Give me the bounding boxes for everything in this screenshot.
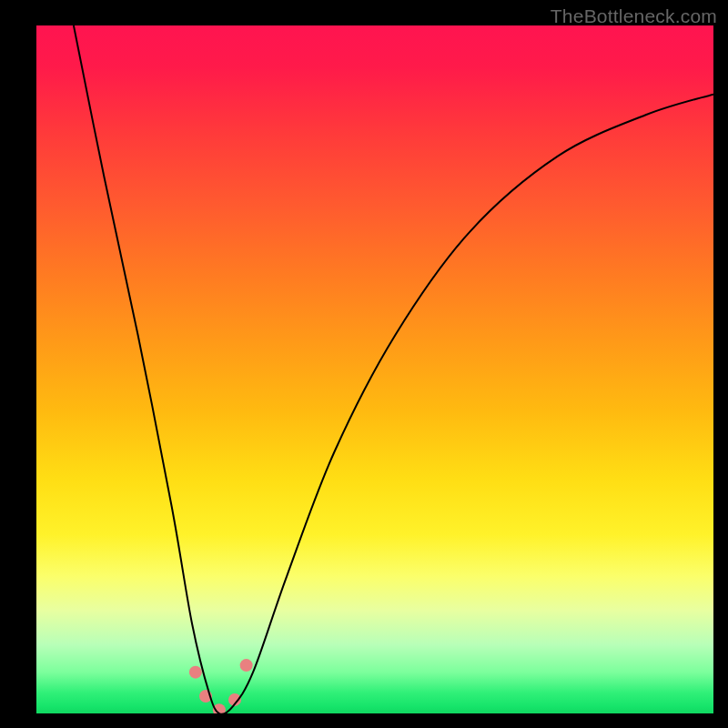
curve-marker <box>189 666 202 679</box>
watermark-text: TheBottleneck.com <box>551 5 717 27</box>
bottleneck-curve <box>74 25 713 713</box>
chart-frame: TheBottleneck.com <box>0 0 728 728</box>
curve-layer <box>36 25 713 713</box>
plot-area <box>36 25 713 713</box>
curve-marker <box>240 659 253 672</box>
marker-group <box>189 659 253 713</box>
